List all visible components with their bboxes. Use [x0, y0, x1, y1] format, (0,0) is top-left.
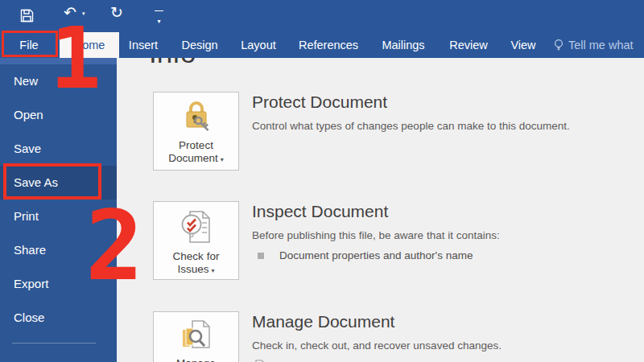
lock-key-icon	[181, 100, 212, 137]
tab-file[interactable]: File	[0, 32, 58, 58]
customize-qat-caret: ▾	[157, 18, 160, 25]
sidebar-item-save-as[interactable]: Save As	[0, 166, 117, 200]
sidebar-item-open[interactable]: Open	[0, 98, 117, 132]
page-title: Info	[149, 58, 196, 69]
title-bar: ↶ ▾ ↻ ▾	[0, 0, 644, 32]
tab-mailings[interactable]: Mailings	[372, 32, 435, 58]
inspect-section-text: Inspect Document Before publishing this …	[252, 201, 500, 280]
inspect-heading: Inspect Document	[252, 201, 500, 222]
ribbon-tab-row: File Home Insert Design Layout Reference…	[0, 32, 644, 58]
sidebar-item-export[interactable]: Export	[0, 267, 117, 301]
inspect-bullet-text: Document properties and author's name	[279, 249, 473, 261]
word-backstage-window: ↶ ▾ ↻ ▾ File Home Insert Design Layout R…	[0, 0, 644, 362]
sidebar-menu: New Open Save Save As Print Share Export…	[0, 64, 117, 335]
undo-icon[interactable]: ↶	[64, 5, 76, 20]
tab-home[interactable]: Home	[60, 32, 119, 58]
sidebar-top-strip	[0, 58, 117, 64]
tab-design[interactable]: Design	[174, 32, 225, 58]
sidebar-item-save[interactable]: Save	[0, 132, 117, 166]
inspect-button-label-1: Check for	[173, 250, 220, 263]
square-bullet-icon	[258, 253, 264, 259]
tab-insert[interactable]: Insert	[121, 32, 166, 58]
check-for-issues-button[interactable]: Check for Issues▾	[153, 201, 239, 280]
manage-document-icon	[180, 319, 213, 355]
inspect-bullet-row: Document properties and author's name	[252, 249, 500, 261]
manage-section-text: Manage Document Check in, check out, and…	[252, 311, 502, 362]
inspect-document-icon	[180, 209, 213, 248]
protect-button-label-2: Document▾	[168, 152, 224, 167]
inspect-description: Before publishing this file, be aware th…	[252, 229, 500, 241]
section-manage-document: Manage Document▾ Manage Document Check i…	[153, 311, 624, 362]
manage-heading: Manage Document	[252, 311, 502, 332]
protect-description: Control what types of changes people can…	[252, 120, 570, 132]
section-protect-document: Protect Document▾ Protect Document Contr…	[153, 92, 624, 171]
sidebar-item-new[interactable]: New	[0, 64, 117, 98]
protect-document-button[interactable]: Protect Document▾	[153, 92, 239, 171]
info-pane: Info Protect Document▾ Pro	[117, 58, 644, 362]
tellme-label: Tell me what	[568, 39, 634, 51]
lightbulb-icon	[554, 39, 564, 51]
section-inspect-document: Check for Issues▾ Inspect Document Befor…	[153, 201, 624, 280]
sidebar-item-share[interactable]: Share	[0, 233, 117, 267]
manage-description: Check in, check out, and recover unsaved…	[252, 339, 502, 352]
protect-heading: Protect Document	[252, 92, 570, 113]
sidebar-item-print[interactable]: Print	[0, 200, 117, 233]
customize-qat-bar	[155, 10, 163, 11]
protect-button-label-1: Protect	[179, 139, 213, 152]
manage-button-label-1: Manage	[176, 357, 216, 362]
save-icon[interactable]	[20, 9, 34, 26]
tab-view[interactable]: View	[501, 32, 546, 58]
redo-icon[interactable]: ↻	[110, 5, 123, 20]
dropdown-caret-icon: ▾	[221, 156, 224, 163]
tellme-box[interactable]: Tell me what	[554, 32, 644, 58]
tab-references[interactable]: References	[291, 32, 365, 58]
tab-review[interactable]: Review	[441, 32, 496, 58]
manage-document-button[interactable]: Manage Document▾	[153, 311, 239, 362]
customize-qat-icon[interactable]: ▾	[155, 10, 163, 27]
sidebar-divider	[12, 343, 96, 343]
undo-dropdown-icon[interactable]: ▾	[82, 10, 85, 17]
dropdown-caret-icon: ▾	[212, 267, 215, 274]
sidebar-item-close[interactable]: Close	[0, 301, 117, 335]
backstage-sidebar: New Open Save Save As Print Share Export…	[0, 58, 117, 362]
inspect-button-label-2: Issues▾	[177, 263, 214, 278]
protect-section-text: Protect Document Control what types of c…	[252, 92, 570, 171]
tab-layout[interactable]: Layout	[232, 32, 285, 58]
